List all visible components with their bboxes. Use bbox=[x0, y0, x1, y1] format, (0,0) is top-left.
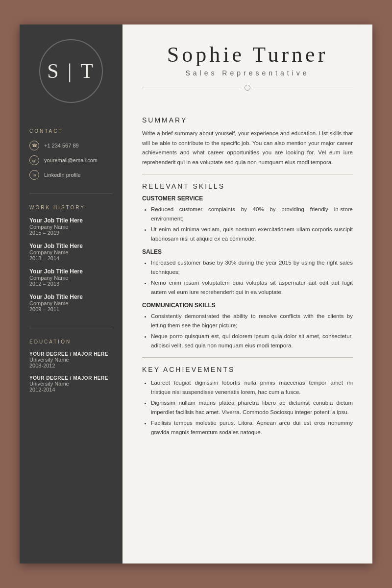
achievements-bullets: Laoreet feugiat dignissim lobortis nulla… bbox=[151, 378, 353, 437]
work-company-2: Company Name bbox=[29, 249, 113, 255]
work-title-4: Your Job Title Here bbox=[29, 294, 113, 300]
email-icon: @ bbox=[29, 155, 39, 165]
skill-bullets-sales: Increased customer base by 30% during th… bbox=[151, 258, 353, 297]
main-body: SUMMARY Write a brief summary about your… bbox=[122, 99, 372, 450]
work-dates-2: 2013 – 2014 bbox=[29, 255, 113, 261]
contact-phone-item: ☎ +1 234 567 89 bbox=[29, 141, 113, 150]
contact-phone: +1 234 567 89 bbox=[44, 143, 79, 148]
edu-degree-2: YOUR DEGREE / MAJOR HERE bbox=[29, 375, 113, 381]
skill-cat-customer-service: CUSTOMER SERVICE bbox=[142, 195, 353, 202]
work-company-3: Company Name bbox=[29, 275, 113, 281]
list-item: Reduced customer complaints by 40% by pr… bbox=[151, 205, 353, 223]
list-item: Consistently demonstrated the ability to… bbox=[151, 312, 353, 330]
contact-linkedin: LinkedIn profile bbox=[44, 172, 81, 178]
logo-initials: S | T bbox=[47, 59, 95, 83]
list-item: Nemo enim ipsam voluptatem quia voluptas… bbox=[151, 278, 353, 297]
work-entry-1: Your Job Title Here Company Name 2015 – … bbox=[29, 217, 113, 236]
skill-cat-communication: COMMUNICATION SKILLS bbox=[142, 302, 353, 309]
list-item: Facilisis tempus molestie purus. Litora.… bbox=[151, 418, 353, 437]
work-entry-3: Your Job Title Here Company Name 2012 – … bbox=[29, 268, 113, 287]
skill-bullets-customer-service: Reduced customer complaints by 40% by pr… bbox=[151, 205, 353, 244]
edu-school-2: University Name bbox=[29, 381, 113, 387]
work-dates-3: 2012 – 2013 bbox=[29, 281, 113, 287]
main-divider-2 bbox=[142, 357, 353, 358]
achievements-section-title: KEY ACHIEVEMENTS bbox=[142, 366, 353, 373]
education-section-title: EDUCATION bbox=[29, 339, 113, 344]
header-line-left bbox=[142, 88, 242, 88]
skills-section-title: RELEVANT SKILLS bbox=[142, 182, 353, 190]
work-title-1: Your Job Title Here bbox=[29, 217, 113, 224]
logo-area: S | T bbox=[20, 24, 122, 118]
contact-section-title: CONTACT bbox=[29, 128, 113, 134]
edu-entry-1: YOUR DEGREE / MAJOR HERE University Name… bbox=[29, 351, 113, 368]
person-title: Sales Representative bbox=[142, 69, 353, 77]
header-line-right bbox=[253, 88, 353, 88]
list-item: Increased customer base by 30% during th… bbox=[151, 258, 353, 277]
edu-dates-2: 2012-2014 bbox=[29, 387, 113, 392]
header-area: Sophie Turner Sales Representative bbox=[122, 24, 372, 99]
resume-wrapper: S | T CONTACT ☎ +1 234 567 89 @ youremai… bbox=[20, 24, 372, 564]
header-divider bbox=[142, 85, 353, 91]
contact-email: youremail@email.com bbox=[44, 157, 98, 163]
edu-degree-1: YOUR DEGREE / MAJOR HERE bbox=[29, 351, 113, 357]
logo-circle: S | T bbox=[39, 39, 103, 103]
list-item: Laoreet feugiat dignissim lobortis nulla… bbox=[151, 378, 353, 397]
work-title-2: Your Job Title Here bbox=[29, 243, 113, 249]
list-item: Dignissim nullam mauris platea pharetra … bbox=[151, 398, 353, 417]
contact-email-item: @ youremail@email.com bbox=[29, 155, 113, 165]
skill-bullets-communication: Consistently demonstrated the ability to… bbox=[151, 312, 353, 350]
work-company-1: Company Name bbox=[29, 224, 113, 230]
work-title-3: Your Job Title Here bbox=[29, 268, 113, 275]
work-dates-4: 2009 – 2011 bbox=[29, 306, 113, 312]
phone-icon: ☎ bbox=[29, 141, 39, 150]
education-section: EDUCATION YOUR DEGREE / MAJOR HERE Unive… bbox=[20, 328, 122, 399]
work-dates-1: 2015 – 2019 bbox=[29, 230, 113, 236]
person-name: Sophie Turner bbox=[142, 42, 353, 67]
work-history-section: WORK HISTORY Your Job Title Here Company… bbox=[20, 194, 122, 319]
main-content: Sophie Turner Sales Representative SUMMA… bbox=[122, 24, 372, 564]
summary-text: Write a brief summary about yourself, yo… bbox=[142, 129, 353, 167]
summary-section-title: SUMMARY bbox=[142, 116, 353, 124]
main-divider-1 bbox=[142, 174, 353, 174]
work-company-4: Company Name bbox=[29, 300, 113, 306]
list-item: Ut enim ad minima veniam, quis nostrum e… bbox=[151, 225, 353, 244]
work-entry-2: Your Job Title Here Company Name 2013 – … bbox=[29, 243, 113, 261]
linkedin-icon: in bbox=[29, 170, 39, 180]
header-diamond-icon bbox=[245, 85, 250, 91]
contact-section: CONTACT ☎ +1 234 567 89 @ youremail@emai… bbox=[20, 118, 122, 185]
skill-cat-sales: SALES bbox=[142, 248, 353, 255]
work-section-title: WORK HISTORY bbox=[29, 205, 113, 210]
work-entry-4: Your Job Title Here Company Name 2009 – … bbox=[29, 294, 113, 312]
edu-entry-2: YOUR DEGREE / MAJOR HERE University Name… bbox=[29, 375, 113, 392]
contact-linkedin-item: in LinkedIn profile bbox=[29, 170, 113, 180]
edu-school-1: University Name bbox=[29, 357, 113, 363]
sidebar: S | T CONTACT ☎ +1 234 567 89 @ youremai… bbox=[20, 24, 122, 564]
edu-dates-1: 2008-2012 bbox=[29, 363, 113, 368]
list-item: Neque porro quisquam est, qui dolorem ip… bbox=[151, 332, 353, 350]
